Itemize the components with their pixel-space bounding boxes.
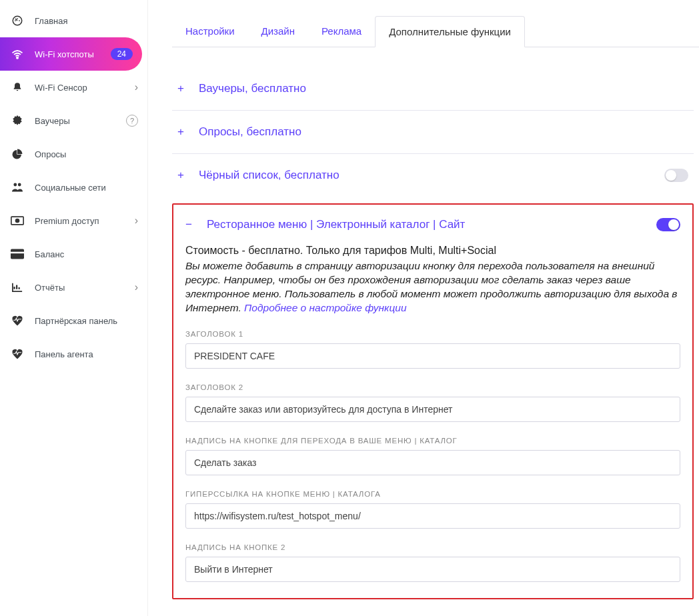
accordion-title: Опросы, бесплатно <box>199 125 688 139</box>
accordion-vouchers: + Ваучеры, бесплатно <box>172 67 694 111</box>
sidebar-item-hotspots[interactable]: Wi-Fi хотспоты 24 <box>0 37 142 71</box>
tabs: Настройки Дизайн Реклама Дополнительные … <box>172 16 699 47</box>
accordion-title: Ресторанное меню | Электронный каталог |… <box>207 218 656 231</box>
tab-settings[interactable]: Настройки <box>172 16 248 47</box>
sidebar-item-sensor[interactable]: Wi-Fi Сенсор › <box>0 71 147 104</box>
sidebar-item-premium[interactable]: Premium доступ › <box>0 204 147 237</box>
accordion-header[interactable]: + Ваучеры, бесплатно <box>172 67 694 110</box>
chevron-right-icon: › <box>135 81 138 93</box>
people-icon <box>11 181 24 194</box>
sidebar-item-surveys[interactable]: Опросы <box>0 137 147 171</box>
blacklist-toggle[interactable] <box>664 169 688 182</box>
svg-point-1 <box>17 57 18 59</box>
sidebar-item-vouchers[interactable]: Ваучеры ? <box>0 104 147 137</box>
gear-icon <box>11 114 24 127</box>
card-icon <box>11 247 24 261</box>
minus-icon: − <box>185 218 197 231</box>
field-label-button-text: НАДПИСЬ НА КНОПКЕ ДЛЯ ПЕРЕХОДА В ВАШЕ МЕ… <box>185 437 680 445</box>
heart-monitor-icon <box>11 314 24 327</box>
sidebar-item-label: Опросы <box>35 149 138 159</box>
button2-text-input[interactable] <box>185 557 680 582</box>
button-text-input[interactable] <box>185 450 680 475</box>
tab-content: + Ваучеры, бесплатно + Опросы, бесплатно… <box>172 47 699 599</box>
sidebar: Главная Wi-Fi хотспоты 24 Wi-Fi Сенсор ›… <box>0 0 148 616</box>
chevron-right-icon: › <box>135 215 138 227</box>
field-label-button2: НАДПИСЬ НА КНОПКЕ 2 <box>185 543 680 551</box>
sidebar-item-label: Premium доступ <box>35 216 135 226</box>
sidebar-item-label: Wi-Fi хотспоты <box>35 49 111 59</box>
sidebar-item-label: Главная <box>35 16 138 26</box>
field-label-header2: ЗАГОЛОВОК 2 <box>185 383 680 391</box>
dashboard-icon <box>11 14 24 27</box>
accordion-header[interactable]: + Опросы, бесплатно <box>172 111 694 153</box>
accordion-title: Ваучеры, бесплатно <box>199 82 688 95</box>
pie-chart-icon <box>11 147 24 161</box>
chart-icon <box>11 281 24 294</box>
hotspot-count-badge: 24 <box>111 48 133 60</box>
sidebar-item-reports[interactable]: Отчёты › <box>0 271 147 304</box>
wifi-icon <box>11 47 24 61</box>
svg-rect-7 <box>11 249 24 259</box>
tab-design[interactable]: Дизайн <box>248 16 308 47</box>
sidebar-item-home[interactable]: Главная <box>0 4 147 37</box>
accordion-body: Стоимость - бесплатно. Только для тарифо… <box>185 242 680 585</box>
sidebar-item-agent[interactable]: Панель агента <box>0 337 147 371</box>
bell-icon <box>11 81 24 94</box>
sidebar-item-social[interactable]: Социальные сети <box>0 171 147 204</box>
svg-point-4 <box>18 183 21 187</box>
main-content: Настройки Дизайн Реклама Дополнительные … <box>148 0 699 616</box>
menu-toggle[interactable] <box>656 218 680 231</box>
accordion-header[interactable]: + Чёрный список, бесплатно <box>172 154 694 197</box>
sidebar-item-label: Wi-Fi Сенсор <box>35 83 135 93</box>
chevron-right-icon: › <box>135 281 138 293</box>
svg-point-6 <box>16 219 19 223</box>
field-label-header1: ЗАГОЛОВОК 1 <box>185 330 680 338</box>
accordion-title: Чёрный список, бесплатно <box>199 169 664 182</box>
heart-monitor-icon <box>11 347 24 361</box>
money-icon <box>11 214 24 227</box>
plus-icon: + <box>177 125 189 139</box>
help-icon[interactable]: ? <box>126 115 138 127</box>
svg-point-3 <box>13 183 17 187</box>
field-label-button-link: ГИПЕРССЫЛКА НА КНОПКЕ МЕНЮ | КАТАЛОГА <box>185 490 680 498</box>
sidebar-item-label: Ваучеры <box>35 116 126 126</box>
sidebar-item-partner[interactable]: Партнёрская панель <box>0 304 147 337</box>
plus-icon: + <box>177 82 189 95</box>
plus-icon: + <box>177 169 189 182</box>
sidebar-item-label: Панель агента <box>35 349 138 359</box>
button-link-input[interactable] <box>185 503 680 529</box>
price-line: Стоимость - бесплатно. Только для тарифо… <box>185 245 680 257</box>
header1-input[interactable] <box>185 343 680 369</box>
sidebar-item-label: Отчёты <box>35 283 135 293</box>
sidebar-item-label: Партнёрская панель <box>35 316 138 326</box>
sidebar-item-balance[interactable]: Баланс <box>0 237 147 271</box>
accordion-header[interactable]: − Ресторанное меню | Электронный каталог… <box>185 205 680 242</box>
svg-rect-8 <box>11 252 24 254</box>
tab-advertising[interactable]: Реклама <box>308 16 375 47</box>
sidebar-item-label: Социальные сети <box>35 183 138 193</box>
sidebar-item-label: Баланс <box>35 249 138 259</box>
accordion-blacklist: + Чёрный список, бесплатно <box>172 154 694 197</box>
accordion-surveys: + Опросы, бесплатно <box>172 111 694 154</box>
header2-input[interactable] <box>185 397 680 422</box>
learn-more-link[interactable]: Подробнее о настройке функции <box>244 302 406 313</box>
feature-description: Вы можете добавить в страницу авторизаци… <box>185 259 680 315</box>
tab-extra-functions[interactable]: Дополнительные функции <box>375 16 525 47</box>
accordion-restaurant-menu: − Ресторанное меню | Электронный каталог… <box>172 203 694 599</box>
